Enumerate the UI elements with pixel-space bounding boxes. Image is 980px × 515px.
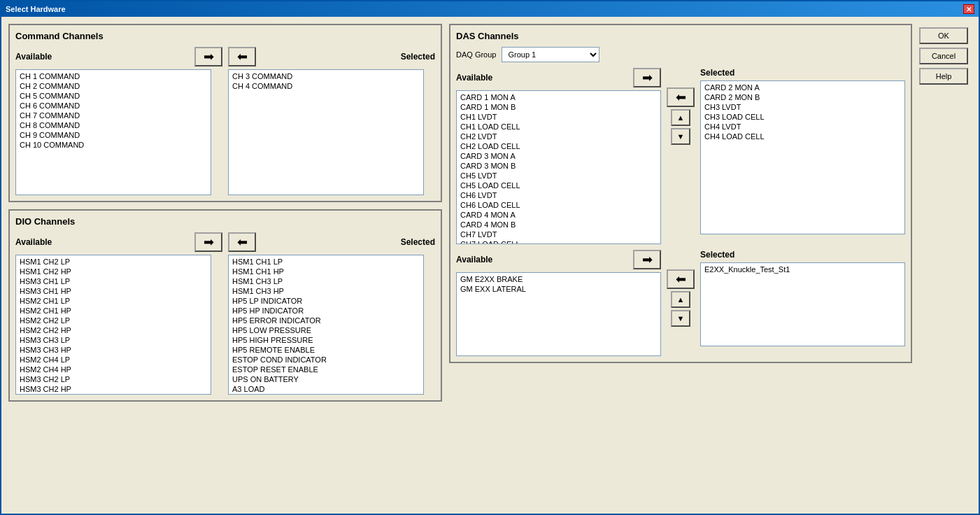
list-item[interactable]: CH6 LOAD CELL [458, 200, 659, 210]
dio-channels-section: DIO Channels Available HSM1 CH2 LP HSM1 … [8, 209, 442, 402]
das-upper-move-down-button[interactable]: ▼ [671, 128, 690, 145]
list-item[interactable]: CH 2 COMMAND [17, 81, 209, 91]
das-upper-selected-col: Selected CARD 2 MON A CARD 2 MON B CH3 L… [700, 68, 905, 234]
list-item[interactable]: HP5 LOW PRESSURE [230, 325, 422, 335]
list-item[interactable]: CH1 LVDT [458, 112, 659, 122]
command-channels-section: Command Channels Available CH 1 COMMAND … [8, 24, 442, 202]
window-title: Select Hardware [6, 5, 66, 13]
list-item[interactable]: CH4 LOAD CELL [702, 132, 903, 141]
list-item[interactable]: GM EXX LATERAL [458, 284, 659, 294]
das-upper-available-list[interactable]: CARD 1 MON A CARD 1 MON B CH1 LVDT CH1 L… [456, 90, 661, 244]
list-item[interactable]: HP5 HIGH PRESSURE [230, 335, 422, 345]
list-item[interactable]: CH1 LOAD CELL [458, 122, 659, 132]
list-item[interactable]: ESTOP RESET ENABLE [230, 365, 422, 374]
list-item[interactable]: CH 7 COMMAND [17, 111, 209, 120]
list-item[interactable]: HP5 LP INDICATOR [230, 296, 422, 306]
list-item[interactable]: CH2 LOAD CELL [458, 141, 659, 151]
das-upper-move-up-button[interactable]: ▲ [671, 109, 690, 126]
list-item[interactable]: CARD 1 MON B [458, 102, 659, 112]
list-item[interactable]: HSM2 CH2 LP [17, 316, 209, 325]
list-item[interactable]: CH7 LVDT [458, 230, 659, 239]
list-item[interactable]: HSM3 CH1 HP [17, 286, 209, 296]
list-item[interactable]: HSM2 CH4 HP [17, 365, 209, 374]
command-remove-button[interactable] [228, 47, 256, 66]
daq-group-select[interactable]: Group 1 Group 2 Group 3 [502, 47, 599, 62]
das-lower-available-list[interactable]: GM E2XX BRAKE GM EXX LATERAL [456, 272, 661, 356]
list-item[interactable]: HSM1 CH2 LP [17, 257, 209, 267]
list-item[interactable]: CH 9 COMMAND [17, 130, 209, 140]
list-item[interactable]: CH2 LVDT [458, 132, 659, 141]
list-item[interactable]: CH6 LVDT [458, 190, 659, 200]
list-item[interactable]: HSM3 CH3 LP [17, 394, 209, 395]
list-item[interactable]: CARD 3 MON B [458, 161, 659, 171]
list-item[interactable]: CH 8 COMMAND [17, 120, 209, 130]
close-button[interactable]: ✕ [963, 4, 974, 14]
list-item[interactable]: HSM3 CH3 LP [17, 335, 209, 345]
list-item[interactable]: ESTOP COND INDICATOR [230, 355, 422, 365]
list-item[interactable]: CH3 LVDT [702, 102, 903, 112]
command-add-button[interactable] [194, 47, 222, 66]
list-item[interactable]: CH5 LVDT [458, 171, 659, 181]
das-upper-selected-list[interactable]: CARD 2 MON A CARD 2 MON B CH3 LVDT CH3 L… [700, 80, 905, 234]
dio-selected-list[interactable]: HSM1 CH1 LP HSM1 CH1 HP HSM1 CH3 LP HSM1… [228, 255, 424, 395]
das-lower-add-button[interactable] [633, 250, 661, 269]
das-lower-move-up-button[interactable]: ▲ [671, 291, 690, 308]
dio-available-list[interactable]: HSM1 CH2 LP HSM1 CH2 HP HSM3 CH1 LP HSM3… [15, 255, 211, 395]
list-item[interactable]: CH4 LVDT [702, 122, 903, 132]
list-item[interactable]: CH 10 COMMAND [17, 140, 209, 150]
list-item[interactable]: CH5 LOAD CELL [458, 181, 659, 190]
list-item[interactable]: CARD 4 MON B [458, 220, 659, 230]
list-item[interactable]: HSM1 CH3 LP [230, 276, 422, 286]
list-item[interactable]: CH 6 COMMAND [17, 101, 209, 111]
dio-remove-button[interactable] [228, 232, 256, 252]
list-item[interactable]: CH 3 COMMAND [230, 71, 422, 81]
list-item[interactable]: CH 5 COMMAND [17, 91, 209, 101]
das-lower-remove-button[interactable] [667, 269, 695, 289]
list-item[interactable]: HSM1 CH1 HP [230, 267, 422, 276]
das-lower-controls: ▲ ▼ [667, 250, 695, 327]
dio-selected-col: Selected HSM1 CH1 LP HSM1 CH1 HP HSM1 CH… [228, 232, 435, 395]
dio-channels-title: DIO Channels [15, 216, 435, 227]
das-upper-remove-button[interactable] [667, 87, 695, 107]
list-item[interactable]: HP5 REMOTE ENABLE [230, 345, 422, 355]
dio-channels-row: Available HSM1 CH2 LP HSM1 CH2 HP HSM3 C… [15, 232, 435, 395]
cancel-button[interactable]: Cancel [919, 48, 968, 64]
ok-button[interactable]: OK [919, 27, 968, 44]
list-item[interactable]: GM E2XX BRAKE [458, 274, 659, 284]
list-item[interactable]: HSM3 CH2 LP [17, 374, 209, 384]
list-item[interactable]: CARD 2 MON B [702, 92, 903, 102]
help-button[interactable]: Help [919, 68, 968, 85]
command-selected-list[interactable]: CH 3 COMMAND CH 4 COMMAND [228, 69, 424, 195]
das-lower-move-down-button[interactable]: ▼ [671, 310, 690, 327]
list-item[interactable]: CH7 LOAD CELL [458, 239, 659, 244]
list-item[interactable]: UPS ON BATTERY [230, 374, 422, 384]
command-available-list[interactable]: CH 1 COMMAND CH 2 COMMAND CH 5 COMMAND C… [15, 69, 211, 195]
das-lower-selected-list[interactable]: E2XX_Knuckle_Test_St1 [700, 262, 905, 346]
list-item[interactable]: HP5 ERROR INDICATOR [230, 316, 422, 325]
list-item[interactable]: HSM3 CH1 LP [17, 276, 209, 286]
das-lower-row: Available GM E2XX BRAKE GM EXX LATERAL [456, 250, 905, 356]
list-item[interactable]: CARD 4 MON A [458, 210, 659, 220]
list-item[interactable]: CH 4 COMMAND [230, 81, 422, 91]
list-item[interactable]: HP5 HP INDICATOR [230, 306, 422, 316]
list-item[interactable]: CH 1 COMMAND [17, 71, 209, 81]
list-item[interactable]: CARD 1 MON A [458, 92, 659, 102]
list-item[interactable]: HSM1 CH2 HP [17, 267, 209, 276]
list-item[interactable]: HSM1 CH1 LP [230, 257, 422, 267]
list-item[interactable]: A3 DISP [230, 394, 422, 395]
list-item[interactable]: HSM2 CH4 LP [17, 355, 209, 365]
list-item[interactable]: HSM1 CH3 HP [230, 286, 422, 296]
list-item[interactable]: CH3 LOAD CELL [702, 112, 903, 122]
das-upper-add-button[interactable] [633, 68, 661, 87]
list-item[interactable]: CARD 3 MON A [458, 151, 659, 161]
dio-selected-header: Selected [228, 232, 435, 252]
list-item[interactable]: CARD 2 MON A [702, 83, 903, 92]
list-item[interactable]: A3 LOAD [230, 384, 422, 394]
list-item[interactable]: HSM3 CH2 HP [17, 384, 209, 394]
list-item[interactable]: HSM2 CH2 HP [17, 325, 209, 335]
list-item[interactable]: E2XX_Knuckle_Test_St1 [702, 264, 903, 274]
dio-add-button[interactable] [194, 232, 222, 252]
list-item[interactable]: HSM2 CH1 LP [17, 296, 209, 306]
list-item[interactable]: HSM3 CH3 HP [17, 345, 209, 355]
list-item[interactable]: HSM2 CH1 HP [17, 306, 209, 316]
